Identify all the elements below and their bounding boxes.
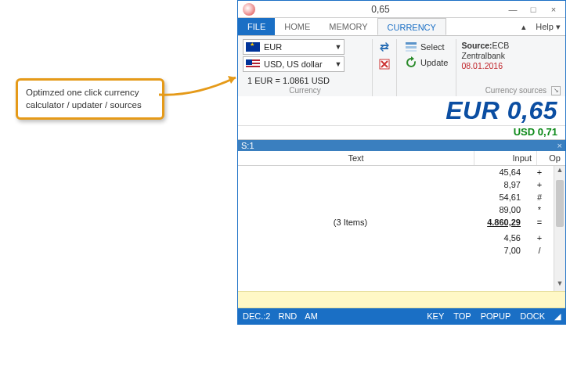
cell-text [238, 178, 463, 191]
history-body[interactable]: 45,64+8,97+54,61#89,00*(3 Items)4.860,29… [238, 166, 565, 291]
scroll-thumb[interactable] [556, 180, 564, 227]
tab-memory[interactable]: MEMORY [319, 18, 377, 35]
group-caption: Currency sources [458, 85, 557, 96]
cell-op: + [525, 166, 554, 178]
ribbon-collapse-button[interactable]: ▴ [517, 18, 531, 35]
tab-currency[interactable]: CURRENCY [377, 18, 446, 35]
pane-title: S:1 [241, 141, 254, 150]
callout-text: Optimzed one click currency calculator /… [26, 88, 142, 110]
table-row[interactable]: 45,64+ [238, 166, 565, 178]
history-columns: Text Input Op [238, 151, 565, 166]
cell-input: 54,61 [463, 191, 525, 203]
result-converted: USD 0,71 [238, 125, 565, 139]
update-button[interactable]: Update [402, 55, 451, 70]
cell-text: (3 Items) [238, 216, 463, 228]
minimize-button[interactable]: — [503, 2, 523, 16]
table-row[interactable]: 8,97+ [238, 178, 565, 191]
window-title: 0,65 [258, 4, 503, 15]
svg-rect-1 [406, 42, 417, 45]
resize-grip-icon[interactable]: ◢ [554, 311, 561, 322]
ribbon-group-actions: Select Update [396, 39, 456, 96]
cell-input: 4,56 [463, 232, 525, 244]
swap-currencies-button[interactable] [376, 39, 393, 55]
from-currency-value: EUR [262, 42, 333, 52]
callout-ribbon: Optimzed one click currency calculator /… [16, 78, 164, 120]
cell-text [238, 244, 463, 257]
select-label: Select [420, 42, 445, 52]
group-caption: Currency [243, 85, 367, 96]
table-row[interactable]: 7,00/ [238, 244, 565, 257]
result-main: EUR 0,65 [238, 96, 565, 125]
list-icon [405, 41, 417, 53]
cell-input: 89,00 [463, 203, 525, 216]
ribbon-group-source: Source:ECB Zentralbank 08.01.2016 Curren… [456, 39, 562, 96]
history-header: S:1 × [238, 140, 565, 151]
titlebar: 0,65 — □ × [238, 1, 565, 18]
cell-text [238, 166, 463, 178]
table-row[interactable]: 89,00* [238, 203, 565, 216]
cell-input: 8,97 [463, 178, 525, 191]
ribbon-body: EUR ▼ USD, US dollar ▼ 1 EUR = 1.0861 US… [238, 35, 565, 96]
source-info: Source:ECB Zentralbank 08.01.2016 [458, 39, 557, 73]
status-key[interactable]: KEY [427, 311, 444, 322]
svg-rect-3 [406, 50, 417, 52]
cell-input: 4.860,29 [463, 216, 525, 228]
scroll-down-icon[interactable]: ▼ [554, 279, 565, 291]
col-input[interactable]: Input [474, 151, 537, 165]
status-popup[interactable]: POPUP [481, 311, 511, 322]
cell-text [238, 232, 463, 244]
status-am[interactable]: AM [305, 311, 318, 321]
refresh-icon [405, 56, 417, 69]
status-top[interactable]: TOP [453, 311, 471, 322]
app-window: 0,65 — □ × FILE HOME MEMORY CURRENCY ▴ H… [237, 0, 566, 325]
maximize-button[interactable]: □ [523, 2, 543, 16]
update-label: Update [420, 58, 448, 67]
cell-text [238, 203, 463, 216]
scroll-up-icon[interactable]: ▲ [554, 166, 565, 178]
dialog-launcher-button[interactable]: ↘ [551, 86, 561, 95]
cell-text [238, 191, 463, 203]
table-row[interactable]: 4,56+ [238, 232, 565, 244]
status-dock[interactable]: DOCK [520, 311, 545, 322]
source-date: 08.01.2016 [461, 61, 503, 70]
scrollbar[interactable]: ▲ ▼ [554, 166, 565, 291]
pane-close-button[interactable]: × [557, 141, 562, 150]
cell-op: # [525, 191, 554, 203]
cell-op: = [525, 216, 554, 228]
swap-icon [378, 41, 391, 53]
history-pane: S:1 × Text Input Op 45,64+8,97+54,61#89,… [238, 140, 565, 308]
flag-eu-icon [246, 42, 260, 52]
cell-input: 45,64 [463, 166, 525, 178]
input-strip[interactable] [238, 291, 565, 308]
close-button[interactable]: × [543, 2, 564, 16]
chevron-down-icon: ▼ [333, 60, 344, 68]
table-row[interactable]: (3 Items)4.860,29= [238, 216, 565, 228]
cell-op: * [525, 203, 554, 216]
status-dec[interactable]: DEC.:2 [243, 311, 270, 321]
exchange-rate-text: 1 EUR = 1.0861 USD [243, 74, 367, 85]
select-button[interactable]: Select [402, 39, 451, 55]
from-currency-combo[interactable]: EUR ▼ [243, 39, 345, 55]
ribbon-tabs: FILE HOME MEMORY CURRENCY ▴ Help ▾ [238, 18, 565, 35]
cell-input: 7,00 [463, 244, 525, 257]
col-op[interactable]: Op [537, 151, 565, 165]
cell-op: / [525, 244, 554, 257]
col-text[interactable]: Text [238, 151, 474, 165]
status-rnd[interactable]: RND [278, 311, 297, 321]
app-icon [243, 3, 255, 16]
help-menu[interactable]: Help ▾ [531, 18, 565, 35]
cell-op: + [525, 178, 554, 191]
cell-op: + [525, 232, 554, 244]
to-currency-value: USD, US dollar [262, 59, 333, 69]
statusbar: DEC.:2 RND AM KEY TOP POPUP DOCK ◢ [238, 308, 565, 324]
to-currency-combo[interactable]: USD, US dollar ▼ [243, 56, 345, 72]
flag-us-icon [246, 59, 260, 69]
delete-currency-button[interactable] [376, 56, 393, 72]
ribbon-group-currency: EUR ▼ USD, US dollar ▼ 1 EUR = 1.0861 US… [241, 39, 373, 96]
tab-file[interactable]: FILE [238, 18, 275, 35]
tab-home[interactable]: HOME [275, 18, 319, 35]
chevron-down-icon: ▼ [333, 43, 344, 51]
table-row[interactable]: 54,61# [238, 191, 565, 203]
result-display: EUR 0,65 USD 0,71 [238, 96, 565, 140]
delete-icon [378, 58, 391, 70]
